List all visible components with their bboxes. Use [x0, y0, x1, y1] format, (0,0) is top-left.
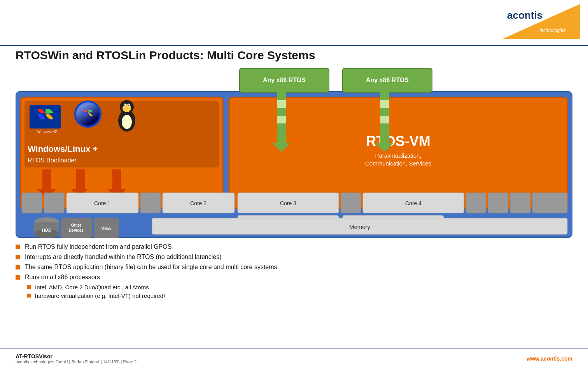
bullet-item-1: Run RTOS fully independent from and para… [16, 243, 572, 250]
bullet-text-4: Runs on all x86 processors [25, 274, 100, 281]
rtovm-sub1: Paravirtualization, [375, 152, 421, 159]
green-arrow-1-shaft5 [277, 123, 286, 143]
core4-label: Core 4 [405, 200, 422, 206]
sub-bullet-item-1: Intel, AMD, Core 2 Duo/Quad etc., all At… [27, 284, 572, 291]
win7-orb [76, 102, 100, 126]
rtos-box-2-text: Any x86 RTOS [366, 77, 409, 83]
rtos-box-1-text: Any x86 RTOS [263, 77, 306, 83]
green-arrow-1-shaft1 [277, 92, 286, 100]
logo-container: acontis technologies [502, 4, 580, 39]
penguin-belly [122, 115, 132, 129]
orange-arrow-2-shaft [76, 169, 85, 189]
bullet-icon-4 [16, 275, 20, 280]
core-left-sq1 [22, 193, 42, 213]
core-end-sq4 [532, 193, 567, 213]
green-arrow-2-shaft4 [380, 116, 389, 123]
windows-linux-label: Windows/Linux + [28, 144, 98, 154]
sub-bullet-text-1: Intel, AMD, Core 2 Duo/Quad etc., all At… [35, 284, 149, 291]
green-arrow-2-shaft5 [380, 123, 389, 143]
core-end-sq3 [510, 193, 530, 213]
bullet-item-4: Runs on all x86 processors [16, 274, 572, 281]
main-diagram: Windows XP Windows/Linux + RTOS Bootload… [16, 68, 572, 239]
other-devices-label1: Other [71, 223, 82, 227]
winxp-label: Windows XP [37, 130, 57, 134]
other-devices-label2: Devices [69, 228, 84, 232]
rtos-bootloader-label: RTOS Bootloader [28, 157, 77, 164]
sub-bullet-icon-2 [27, 294, 31, 298]
hdd-label: HDD [42, 228, 51, 232]
core-end-sq1 [466, 193, 486, 213]
bullet-item-3: The same RTOS application (binary file) … [16, 264, 572, 271]
core3-label: Core 3 [280, 200, 296, 206]
rtovm-title-text: RTOS-VM [366, 133, 430, 149]
bullet-text-3: The same RTOS application (binary file) … [25, 264, 277, 271]
rtovm-sub2: Communication, Services [365, 160, 431, 167]
svg-text:technologies: technologies [539, 28, 565, 33]
bullet-icon-2 [16, 255, 20, 259]
header-line [0, 45, 588, 46]
footer-website: www.acontis.com [527, 356, 572, 362]
bullet-item-2: Interrupts are directly handled within t… [16, 254, 572, 261]
footer-left: AT-RTOSVisor acontis technologies GmbH |… [16, 353, 136, 364]
core-right-sq [341, 193, 361, 213]
green-arrow-1-shaft2 [277, 100, 286, 108]
core2-label: Core 2 [190, 200, 206, 206]
penguin-pupil1 [124, 105, 126, 106]
penguin-pupil2 [128, 105, 130, 106]
footer-product: AT-RTOSVisor [16, 353, 136, 359]
green-arrow-1-shaft4 [277, 116, 286, 123]
winxp-bg [30, 105, 61, 129]
memory-label: Memory [349, 224, 371, 230]
green-arrow-2-shaft1 [380, 92, 389, 100]
vga-label: VGA [101, 226, 111, 231]
orange-arrow-3-shaft [112, 169, 121, 189]
green-arrow-2-shaft2 [380, 100, 389, 108]
sub-bullet-text-2: hardware virtualization (e.g. Intel-VT) … [35, 292, 165, 299]
green-arrow-2-shaft3 [380, 108, 389, 116]
core-end-sq2 [488, 193, 508, 213]
bullet-text-2: Interrupts are directly handled within t… [25, 254, 221, 261]
orange-arrow-1-shaft [42, 169, 51, 189]
core-mid-sq [140, 193, 161, 213]
bullets-section: Run RTOS fully independent from and para… [16, 243, 572, 301]
logo-svg: acontis technologies [502, 4, 580, 39]
footer-info: acontis technologies GmbH | Stefan Zintg… [16, 359, 136, 364]
green-arrow-1-shaft3 [277, 108, 286, 116]
bullet-icon-3 [16, 265, 20, 269]
bullet-text-1: Run RTOS fully independent from and para… [25, 243, 172, 250]
core-left-sq2 [44, 193, 64, 213]
page-title: RTOSWin and RTOSLin Products: Multi Core… [16, 49, 315, 62]
footer: AT-RTOSVisor acontis technologies GmbH |… [0, 349, 588, 368]
svg-text:acontis: acontis [507, 9, 542, 21]
bullet-icon-1 [16, 245, 20, 249]
sub-bullet-icon-1 [27, 285, 31, 289]
sub-bullet-item-2: hardware virtualization (e.g. Intel-VT) … [27, 292, 572, 299]
core1-label: Core 1 [94, 200, 110, 206]
